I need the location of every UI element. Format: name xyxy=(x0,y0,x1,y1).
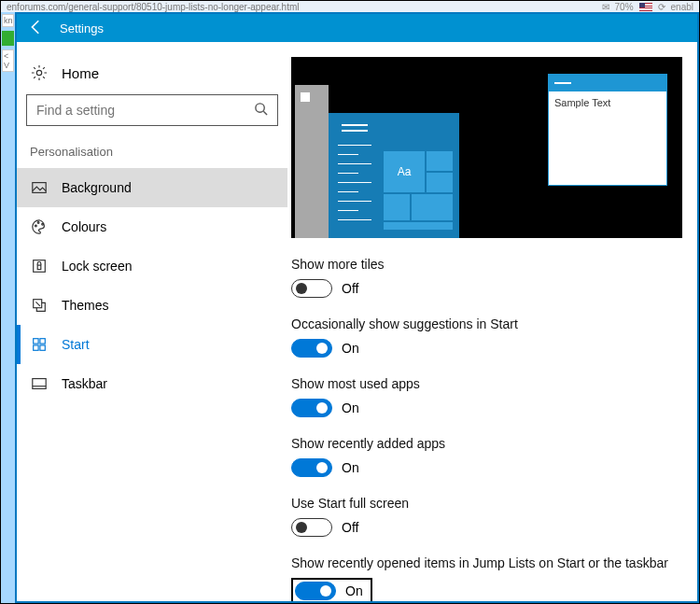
settings-app-window: Settings Home Personalisation xyxy=(15,12,699,603)
toggle-switch[interactable] xyxy=(291,339,332,358)
toggle-row: Off xyxy=(291,279,697,298)
svg-rect-9 xyxy=(34,339,38,344)
start-icon xyxy=(30,336,49,353)
url-text: enforums.com/general-support/80510-jump-… xyxy=(7,2,300,12)
sidebar: Home Personalisation Background Colours xyxy=(17,42,287,601)
setting-group: Show more tilesOff xyxy=(291,257,697,298)
sidebar-item-label: Taskbar xyxy=(62,376,107,391)
svg-point-1 xyxy=(256,104,264,112)
toggle-switch[interactable] xyxy=(291,399,332,417)
svg-point-5 xyxy=(42,223,44,225)
refresh-icon: ⟳ xyxy=(658,2,665,12)
setting-label: Show recently added apps xyxy=(291,436,697,451)
svg-rect-10 xyxy=(40,339,45,344)
toggle-switch[interactable] xyxy=(291,458,332,477)
palette-icon xyxy=(30,218,49,235)
sidebar-item-label: Colours xyxy=(62,219,106,234)
sidebar-item-label: Background xyxy=(62,180,132,195)
setting-label: Occasionally show suggestions in Start xyxy=(291,316,697,331)
sidebar-item-start[interactable]: Start xyxy=(17,325,287,364)
start-preview: Aa Sample Text xyxy=(291,57,682,238)
toggle-row: On xyxy=(291,399,697,417)
setting-group: Show most used appsOn xyxy=(291,376,697,417)
enable-badge: enabl xyxy=(671,2,693,12)
svg-rect-11 xyxy=(34,345,38,350)
sidebar-item-lock-screen[interactable]: Lock screen xyxy=(17,246,287,286)
toggle-switch[interactable] xyxy=(295,582,336,600)
browser-icons: ✉ 70% ⟳ enabl xyxy=(602,2,693,12)
zoom-level: 70% xyxy=(615,2,634,12)
setting-label: Use Start full screen xyxy=(291,496,697,511)
home-link[interactable]: Home xyxy=(17,57,287,94)
svg-rect-12 xyxy=(40,345,45,350)
toggle-row: On xyxy=(291,339,697,358)
edge-tab: < V xyxy=(2,49,14,72)
svg-point-4 xyxy=(37,222,39,224)
toggle-state-text: On xyxy=(342,460,359,475)
toggle-state-text: On xyxy=(342,400,359,415)
flag-icon xyxy=(639,3,652,11)
sidebar-item-label: Lock screen xyxy=(62,259,132,274)
svg-rect-7 xyxy=(37,265,41,270)
search-icon xyxy=(254,102,268,119)
titlebar: Settings xyxy=(17,14,697,42)
picture-icon xyxy=(30,179,49,196)
svg-rect-13 xyxy=(33,379,46,389)
section-label: Personalisation xyxy=(17,139,287,168)
toggle-state-text: On xyxy=(345,583,363,598)
preview-taskbar xyxy=(295,85,329,238)
search-input[interactable] xyxy=(36,103,254,118)
toggle-switch[interactable] xyxy=(291,279,332,298)
search-box[interactable] xyxy=(26,94,278,126)
home-label: Home xyxy=(62,65,99,81)
lock-screen-icon xyxy=(30,258,49,274)
setting-label: Show most used apps xyxy=(291,376,697,391)
main-panel: Aa Sample Text Show more tilesOffOccasio… xyxy=(287,42,697,601)
sidebar-item-background[interactable]: Background xyxy=(17,168,287,207)
taskbar-icon xyxy=(30,375,49,392)
setting-group: Occasionally show suggestions in StartOn xyxy=(291,316,697,358)
toggle-state-text: Off xyxy=(342,520,358,535)
highlighted-toggle-row: On xyxy=(291,578,372,601)
svg-point-3 xyxy=(35,225,37,227)
browser-address-bar: enforums.com/general-support/80510-jump-… xyxy=(1,1,699,12)
setting-group: Show recently opened items in Jump Lists… xyxy=(291,555,697,601)
sidebar-item-taskbar[interactable]: Taskbar xyxy=(17,364,287,403)
mail-icon: ✉ xyxy=(602,2,609,12)
sidebar-item-label: Start xyxy=(62,337,90,352)
edge-block xyxy=(2,31,14,46)
setting-label: Show recently opened items in Jump Lists… xyxy=(291,555,697,570)
preview-sample-window: Sample Text xyxy=(548,74,667,186)
back-button[interactable] xyxy=(28,19,45,38)
toggle-state-text: Off xyxy=(342,281,358,296)
toggle-state-text: On xyxy=(342,341,359,356)
toggle-row: Off xyxy=(291,518,697,537)
themes-icon xyxy=(30,297,49,314)
sidebar-item-label: Themes xyxy=(62,298,109,313)
preview-window-text: Sample Text xyxy=(549,91,666,114)
preview-start-menu: Aa xyxy=(329,113,459,238)
gear-icon xyxy=(30,64,49,81)
toggle-switch[interactable] xyxy=(291,518,332,537)
toggle-row: On xyxy=(291,458,697,477)
desktop-left-edge: kn < V xyxy=(1,12,15,603)
svg-point-0 xyxy=(36,70,41,75)
setting-group: Use Start full screenOff xyxy=(291,496,697,537)
setting-label: Show more tiles xyxy=(291,257,697,272)
setting-group: Show recently added appsOn xyxy=(291,436,697,477)
sidebar-item-colours[interactable]: Colours xyxy=(17,207,287,246)
edge-tab: kn xyxy=(2,14,14,27)
preview-tile-aa: Aa xyxy=(383,150,426,193)
svg-rect-2 xyxy=(33,183,46,193)
app-title: Settings xyxy=(60,21,104,35)
sidebar-item-themes[interactable]: Themes xyxy=(17,286,287,325)
